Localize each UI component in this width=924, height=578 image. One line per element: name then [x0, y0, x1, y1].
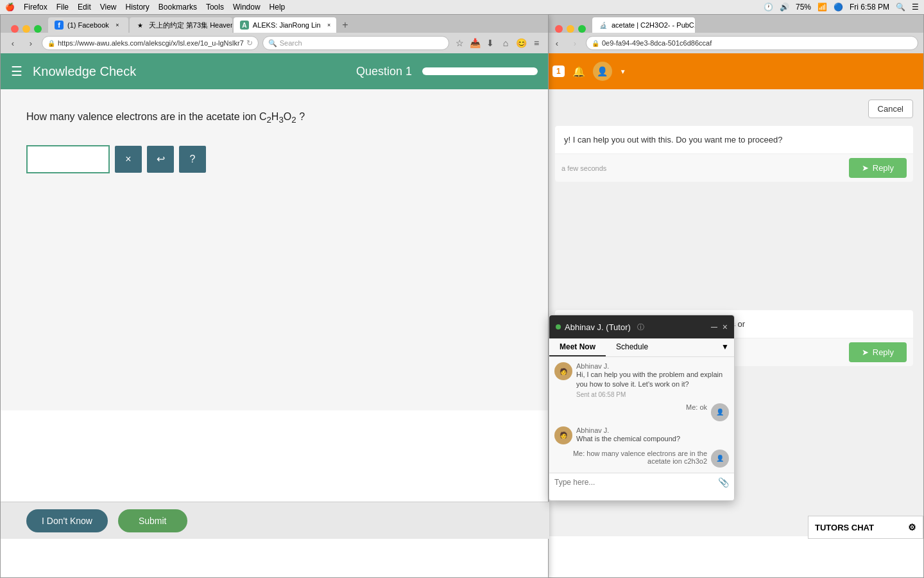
window-max-pubchem[interactable] — [578, 25, 586, 33]
hamburger-menu-icon[interactable]: ☰ — [11, 64, 22, 79]
answer-input[interactable] — [26, 145, 110, 173]
tutor-msg-content-3: Abhinav J. What is the chemical compound… — [576, 426, 729, 444]
forward-button-pubchem[interactable]: › — [568, 36, 582, 50]
tab-facebook-label: (1) Facebook — [67, 21, 109, 29]
tutor-msg-content-4: Me: how many valence electrons are in th… — [554, 450, 707, 468]
progress-bar-container — [422, 67, 538, 75]
tab-heavens-label: 天上的约定 第73集 Heavens... — [149, 21, 232, 30]
user-avatar[interactable]: 👤 — [593, 62, 612, 81]
browser-chrome-aleks: f (1) Facebook × ★ 天上的约定 第73集 Heavens...… — [1, 15, 548, 53]
menu-history[interactable]: History — [126, 3, 150, 12]
apple-menu[interactable]: 🍎 — [5, 3, 15, 12]
tab-schedule[interactable]: Schedule — [606, 338, 658, 356]
menu-file[interactable]: File — [56, 3, 69, 12]
reply-button-2[interactable]: ➤ Reply — [849, 342, 907, 362]
dont-know-button[interactable]: I Don't Know — [26, 509, 108, 532]
aleks-tab-bar: f (1) Facebook × ★ 天上的约定 第73集 Heavens...… — [1, 15, 548, 33]
aleks-favicon: A — [240, 21, 249, 30]
emoji-icon[interactable]: 😊 — [515, 38, 527, 48]
wifi-icon: 📶 — [817, 3, 827, 12]
reply-arrow-icon-1: ➤ — [862, 163, 869, 173]
tutor-chat-header: Abhinav J. (Tutor) ⓘ ─ × — [549, 315, 734, 338]
avatar-dropdown-icon[interactable]: ▼ — [620, 68, 626, 75]
firefox-search-bar[interactable]: 🔍 Search — [262, 36, 449, 50]
browser-aleks: f (1) Facebook × ★ 天上的约定 第73集 Heavens...… — [0, 14, 549, 578]
ssl-lock-icon-aleks: 🔒 — [47, 40, 55, 47]
question-suffix: ? — [299, 111, 305, 122]
menu-icon[interactable]: ≡ — [530, 38, 543, 48]
notification-badge: 1 — [552, 66, 565, 77]
tutor-avatar-4: 👤 — [711, 450, 729, 468]
submit-button[interactable]: Submit — [118, 509, 187, 532]
home-icon[interactable]: ⌂ — [499, 38, 512, 48]
bell-icon[interactable]: 🔔 — [572, 66, 585, 78]
browser-chrome-pubchem: 🔬 acetate | C2H3O2- - PubC... × ‹ › 🔒 0e… — [545, 15, 923, 53]
download-icon[interactable]: ⬇ — [484, 38, 497, 48]
pubchem-favicon: 🔬 — [599, 21, 608, 30]
tab-dropdown[interactable]: ▼ — [716, 338, 734, 356]
chat-message-text-1: y! I can help you out with this. Do you … — [564, 135, 782, 144]
window-max-aleks[interactable] — [34, 25, 42, 33]
pubchem-header: 1 🔔 👤 ▼ — [545, 53, 923, 89]
pocket-icon[interactable]: 📥 — [468, 38, 481, 48]
aleks-nav-bar: ‹ › 🔒 https://www-awu.aleks.com/alekscgi… — [1, 33, 548, 53]
aleks-header: ☰ Knowledge Check Question 1 — [1, 53, 548, 89]
reply-arrow-icon-2: ➤ — [862, 347, 869, 357]
tutor-msg-name-3: Abhinav J. — [576, 426, 729, 434]
menu-firefox[interactable]: Firefox — [24, 3, 47, 12]
menu-help[interactable]: Help — [270, 3, 286, 12]
menu-bookmarks[interactable]: Bookmarks — [158, 3, 197, 12]
minimize-icon[interactable]: ─ — [711, 322, 717, 332]
search-placeholder: Search — [280, 39, 302, 47]
tutor-chat-popup: Abhinav J. (Tutor) ⓘ ─ × Meet Now Schedu… — [549, 315, 735, 501]
tutor-msg-time-1: Sent at 06:58 PM — [576, 391, 729, 398]
tutor-msg-name-4: Me: how many valence electrons are in th… — [554, 450, 707, 465]
tab-close-facebook[interactable]: × — [113, 21, 122, 30]
time-icon: 🕐 — [764, 3, 773, 12]
bookmark-star-icon[interactable]: ☆ — [453, 38, 466, 48]
window-min-aleks[interactable] — [22, 25, 30, 33]
menu-view[interactable]: View — [100, 3, 117, 12]
new-tab-button[interactable]: + — [338, 17, 353, 33]
window-close-pubchem[interactable] — [555, 25, 563, 33]
tutor-msg-name-2: Me: ok — [554, 403, 707, 411]
attach-icon[interactable]: 📎 — [718, 477, 729, 487]
tab-aleks-label: ALEKS: JianRong Lin — [253, 21, 321, 29]
back-button-aleks[interactable]: ‹ — [6, 36, 20, 50]
tab-pubchem[interactable]: 🔬 acetate | C2H3O2- - PubC... × — [592, 17, 695, 33]
menu-edit[interactable]: Edit — [78, 3, 91, 12]
tutor-type-input[interactable] — [554, 478, 718, 487]
menu-window[interactable]: Window — [233, 3, 261, 12]
pubchem-tab-bar: 🔬 acetate | C2H3O2- - PubC... × — [545, 15, 923, 33]
clear-button[interactable]: × — [115, 146, 142, 173]
back-button-pubchem[interactable]: ‹ — [550, 36, 564, 50]
bluetooth-icon: 🔵 — [834, 3, 843, 12]
tutor-input-area: 📎 — [549, 473, 734, 491]
notification-center-icon[interactable]: ☰ — [912, 3, 919, 12]
online-status-dot — [556, 324, 561, 329]
tutor-avatar-3: 🧑 — [554, 426, 572, 444]
pubchem-url-bar[interactable]: 🔒 0e9-fa94-49e3-8dca-501c6d86ccaf — [586, 36, 918, 50]
gear-icon[interactable]: ⚙ — [908, 522, 916, 532]
tutor-msg-text-1: Hi, I can help you with the problem and … — [576, 370, 729, 390]
reply-button-1[interactable]: ➤ Reply — [849, 158, 907, 178]
reload-icon[interactable]: ↻ — [246, 39, 253, 48]
tab-meet-now[interactable]: Meet Now — [549, 338, 606, 356]
aleks-url-bar[interactable]: 🔒 https://www-awu.aleks.com/alekscgi/x/l… — [42, 36, 259, 50]
window-min-pubchem[interactable] — [567, 25, 574, 33]
close-icon[interactable]: × — [723, 322, 728, 332]
forward-button-aleks[interactable]: › — [24, 36, 38, 50]
help-button[interactable]: ? — [179, 146, 206, 173]
spotlight-icon[interactable]: 🔍 — [896, 3, 905, 12]
menu-tools[interactable]: Tools — [206, 3, 224, 12]
ssl-lock-icon: 🔒 — [592, 40, 599, 47]
tab-heavens[interactable]: ★ 天上的约定 第73集 Heavens... × — [130, 17, 232, 33]
tab-facebook[interactable]: f (1) Facebook × — [48, 17, 128, 33]
window-close-aleks[interactable] — [11, 25, 19, 33]
answer-area: × ↩ ? — [26, 145, 522, 173]
tab-close-aleks[interactable]: × — [325, 21, 334, 30]
tab-aleks[interactable]: A ALEKS: JianRong Lin × — [234, 17, 336, 33]
tutor-avatar-2: 👤 — [711, 403, 729, 421]
undo-button[interactable]: ↩ — [147, 146, 174, 173]
cancel-button[interactable]: Cancel — [868, 100, 913, 118]
